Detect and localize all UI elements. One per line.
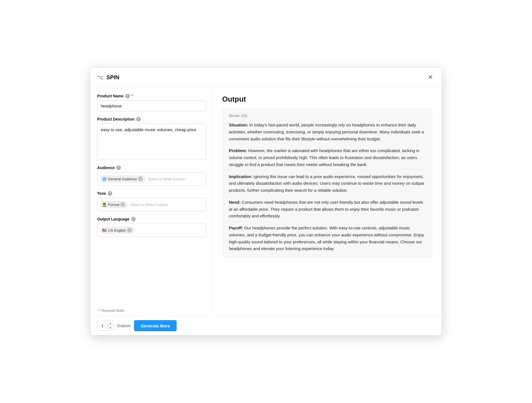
tone-tag-emoji: 🤵 [102, 203, 107, 207]
tone-help-icon[interactable]: ? [108, 191, 112, 196]
output-language-help-icon[interactable]: ? [131, 217, 136, 221]
modal-body: Product Name ? * Product Description ? e… [90, 87, 442, 316]
output-problem: Problem: However, the market is saturate… [229, 147, 426, 168]
output-need: Need: Consumers need headphones that are… [229, 199, 426, 220]
audience-tag-input[interactable]: 🌐 General Audience ✕ Select or Write Cus… [97, 172, 206, 186]
output-title: Output [222, 95, 433, 104]
output-language-label: Output Language ? [97, 217, 206, 221]
stepper-up-button[interactable]: ▲ [107, 321, 113, 326]
problem-label: Problem: [229, 148, 247, 153]
situation-label: Situation: [229, 123, 248, 127]
output-language-tag: 🇺🇸 US English ✕ [100, 227, 134, 234]
tone-label: Tone ? [97, 191, 206, 196]
product-description-field: Product Description ? easy to use, adjus… [97, 117, 206, 160]
audience-tag-emoji: 🌐 [102, 177, 107, 181]
product-name-help-icon[interactable]: ? [125, 94, 130, 98]
audience-tag: 🌐 General Audience ✕ [100, 176, 145, 182]
tone-tag-close[interactable]: ✕ [121, 202, 125, 207]
output-payoff: Payoff: Our headphones provide the perfe… [229, 225, 426, 252]
right-panel: Output Words: 202 Situation: In today's … [213, 87, 442, 316]
need-label: Need: [229, 200, 241, 205]
tone-field: Tone ? 🤵 Formal ✕ Select or Write Custom [97, 191, 206, 211]
tone-tag: 🤵 Formal ✕ [100, 201, 128, 208]
modal-footer: ▲ ▼ Outputs Generate More [90, 316, 442, 335]
tone-tag-text: Formal [108, 203, 119, 207]
output-language-tag-input[interactable]: 🇺🇸 US English ✕ [97, 224, 206, 237]
product-description-label: Product Description ? [97, 117, 206, 121]
spin-logo-icon: ⌥ [97, 74, 104, 81]
product-description-input[interactable]: easy to use, adjustable music volumes, c… [97, 124, 206, 160]
audience-field: Audience ? 🌐 General Audience ✕ Select o… [97, 165, 206, 186]
audience-help-icon[interactable]: ? [116, 165, 121, 170]
generate-more-button[interactable]: Generate More [134, 320, 177, 331]
stepper-buttons: ▲ ▼ [107, 321, 113, 330]
output-implication: Implication: Ignoring this issue can lea… [229, 173, 426, 194]
product-name-required-star: * [131, 94, 133, 98]
output-language-field: Output Language ? 🇺🇸 US English ✕ [97, 217, 206, 237]
audience-tag-text: General Audience [108, 177, 137, 181]
output-language-tag-emoji: 🇺🇸 [102, 228, 107, 232]
output-box: Words: 202 Situation: In today's fast-pa… [222, 108, 433, 258]
product-description-help-icon[interactable]: ? [136, 117, 141, 121]
required-star-note: * [97, 309, 99, 313]
tone-tag-input[interactable]: 🤵 Formal ✕ Select or Write Custom [97, 198, 206, 211]
output-language-tag-text: US English [108, 228, 126, 232]
word-count: Words: 202 [229, 114, 426, 118]
outputs-value-input[interactable] [97, 321, 107, 330]
audience-tag-close[interactable]: ✕ [138, 177, 143, 181]
payoff-label: Payoff: [229, 226, 243, 230]
outputs-stepper[interactable]: ▲ ▼ [97, 321, 114, 331]
modal-header: ⌥ SPIN ✕ [90, 68, 442, 87]
product-name-field: Product Name ? * [97, 94, 206, 111]
tone-placeholder: Select or Write Custom [129, 202, 169, 207]
audience-label: Audience ? [97, 165, 206, 170]
spin-modal: ⌥ SPIN ✕ Product Name ? * Product Descri… [90, 68, 442, 335]
required-note: * * Required fields. [97, 309, 206, 316]
modal-title-area: ⌥ SPIN [97, 74, 119, 81]
modal-title: SPIN [106, 74, 119, 81]
left-panel: Product Name ? * Product Description ? e… [90, 87, 213, 316]
output-text: Situation: In today's fast-paced world, … [229, 122, 426, 252]
product-name-input[interactable] [97, 100, 206, 111]
audience-placeholder: Select or Write Custom [147, 176, 186, 182]
implication-label: Implication: [229, 174, 252, 179]
stepper-down-button[interactable]: ▼ [107, 326, 113, 331]
output-language-tag-close[interactable]: ✕ [127, 228, 132, 232]
outputs-label: Outputs [117, 323, 131, 328]
product-name-label: Product Name ? * [97, 94, 206, 98]
output-situation: Situation: In today's fast-paced world, … [229, 122, 426, 142]
close-button[interactable]: ✕ [426, 73, 435, 82]
